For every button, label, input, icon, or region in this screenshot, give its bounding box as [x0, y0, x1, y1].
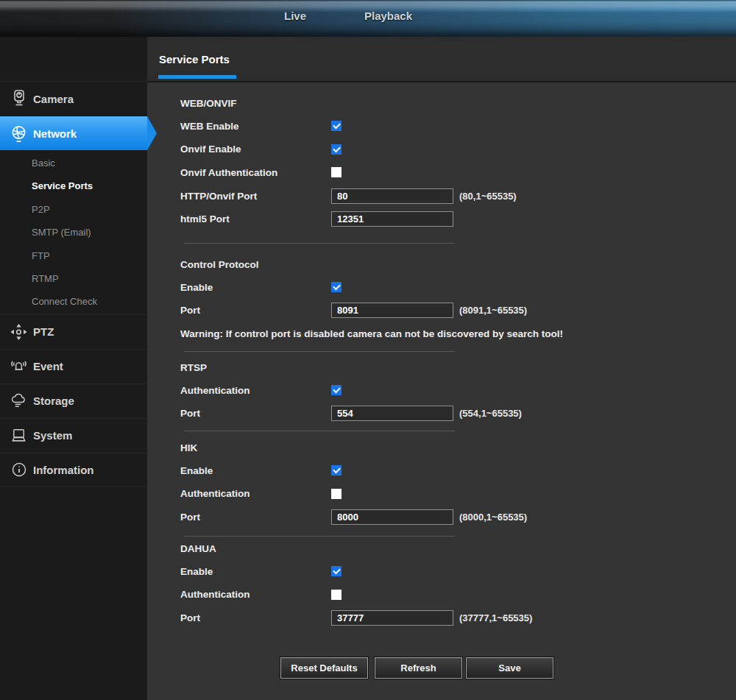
- storage-icon: [10, 392, 28, 411]
- top-navbar: Live Playback: [0, 0, 736, 37]
- authentication-checkbox[interactable]: [331, 590, 342, 600]
- section-title: HIK: [180, 442, 197, 453]
- rtsp-port-input[interactable]: [331, 406, 453, 421]
- refresh-button[interactable]: Refresh: [375, 657, 462, 679]
- section-title: RTSP: [180, 362, 207, 373]
- section-separator: [184, 431, 455, 431]
- sidebar-item-label: System: [33, 429, 72, 442]
- field-label: Enable: [180, 282, 331, 293]
- sidebar-subitem-smtp-email[interactable]: SMTP (Email): [0, 221, 147, 244]
- service-ports-form: WEB/ONVIFWEB EnableOnvif EnableOnvif Aut…: [147, 82, 736, 700]
- sidebar-item-ptz[interactable]: PTZ: [0, 314, 147, 349]
- enable-checkbox[interactable]: [331, 465, 342, 475]
- event-icon: [10, 357, 28, 376]
- field-label: Port: [180, 512, 331, 523]
- range-hint: (8000,1~65535): [459, 512, 527, 523]
- sidebar-item-label: PTZ: [33, 325, 54, 338]
- section-title: WEB/ONVIF: [180, 98, 237, 109]
- system-icon: [10, 426, 28, 445]
- field-label: Port: [180, 408, 331, 419]
- authentication-checkbox[interactable]: [331, 385, 342, 395]
- web-onvif-html5-port-input[interactable]: [331, 211, 453, 227]
- dahua-port-input[interactable]: [331, 610, 453, 626]
- content-tabstrip: Service Ports: [147, 37, 736, 82]
- sidebar-item-label: Storage: [33, 395, 74, 407]
- sidebar-subitem-connect-check[interactable]: Connect Check: [0, 290, 147, 313]
- ptz-icon: [10, 322, 28, 342]
- sidebar-item-network[interactable]: Network: [0, 116, 147, 150]
- field-label: Authentication: [180, 385, 331, 396]
- field-label: Port: [180, 612, 331, 623]
- sidebar-item-label: Event: [33, 360, 63, 372]
- section-title: DAHUA: [180, 543, 216, 554]
- sidebar-item-information[interactable]: Information: [0, 453, 147, 487]
- sidebar-item-label: Information: [33, 464, 94, 476]
- sidebar-submenu: BasicService PortsP2PSMTP (Email)FTPRTMP…: [0, 150, 147, 314]
- field-label: html5 Port: [180, 213, 331, 225]
- field-label: Onvif Enable: [180, 144, 331, 155]
- enable-checkbox[interactable]: [331, 566, 342, 576]
- field-label: HTTP/Onvif Port: [180, 191, 331, 202]
- sidebar-item-label: Network: [33, 127, 77, 140]
- web-enable-checkbox[interactable]: [331, 121, 342, 131]
- field-label: Enable: [180, 465, 331, 476]
- section-title: Control Protocol: [180, 259, 259, 270]
- range-hint: (8091,1~65535): [459, 305, 527, 316]
- sidebar-subitem-p2p[interactable]: P2P: [0, 198, 147, 221]
- field-label: Port: [180, 305, 331, 316]
- section-separator: [184, 351, 455, 352]
- sidebar-subitem-basic[interactable]: Basic: [0, 152, 147, 174]
- sidebar-subitem-rtmp[interactable]: RTMP: [0, 267, 147, 290]
- onvif-enable-checkbox[interactable]: [331, 144, 342, 155]
- sidebar-item-label: Camera: [33, 93, 74, 105]
- web-onvif-http-onvif-port-input[interactable]: [331, 188, 453, 204]
- range-hint: (37777,1~65535): [459, 612, 532, 623]
- sidebar-subitem-ftp[interactable]: FTP: [0, 244, 147, 267]
- network-icon: [10, 124, 28, 143]
- tab-service-ports[interactable]: Service Ports: [159, 53, 230, 66]
- onvif-authentication-checkbox[interactable]: [331, 167, 342, 177]
- section-separator: [184, 536, 455, 537]
- field-label: Onvif Authentication: [180, 167, 331, 178]
- sidebar-item-system[interactable]: System: [0, 418, 147, 453]
- active-tab-underline: [158, 75, 236, 79]
- sidebar-subitem-service-ports[interactable]: Service Ports: [0, 174, 147, 197]
- field-label: WEB Enable: [180, 121, 331, 132]
- sidebar-item-camera[interactable]: Camera: [0, 81, 147, 116]
- hik-port-input[interactable]: [331, 509, 453, 525]
- warning-text: Warning: If control port is disabled cam…: [180, 328, 563, 339]
- range-hint: (80,1~65535): [459, 191, 517, 202]
- reset-defaults-button[interactable]: Reset Defaults: [280, 657, 368, 679]
- field-label: Authentication: [180, 488, 331, 499]
- tab-live[interactable]: Live: [284, 0, 306, 32]
- authentication-checkbox[interactable]: [331, 489, 342, 499]
- sidebar: CameraNetworkBasicService PortsP2PSMTP (…: [0, 37, 147, 700]
- camera-icon: [10, 89, 28, 108]
- control-protocol-port-input[interactable]: [331, 303, 453, 318]
- section-separator: [184, 243, 455, 244]
- save-button[interactable]: Save: [466, 657, 553, 679]
- sidebar-item-event[interactable]: Event: [0, 349, 147, 383]
- tab-playback[interactable]: Playback: [364, 0, 412, 32]
- sidebar-item-storage[interactable]: Storage: [0, 383, 147, 418]
- field-label: Enable: [180, 566, 331, 577]
- field-label: Authentication: [180, 589, 331, 600]
- range-hint: (554,1~65535): [459, 408, 522, 419]
- info-icon: [10, 460, 28, 479]
- enable-checkbox[interactable]: [331, 282, 342, 292]
